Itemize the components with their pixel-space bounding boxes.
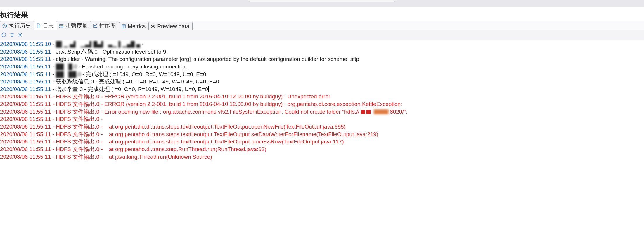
tab-label: Preview data <box>157 23 189 30</box>
log-toolbar <box>0 30 644 40</box>
log-timestamp: 2020/08/06 11:55:11 <box>0 56 51 62</box>
log-timestamp: 2020/08/06 11:55:11 <box>0 86 51 92</box>
log-source: 获取系统信息.0 <box>56 78 94 85</box>
log-tail: :8020/". <box>388 109 407 115</box>
log-line: 2020/08/06 11:55:11 - ██ ██.0 - 完成处理 (I=… <box>0 71 644 78</box>
window-topbar <box>0 0 644 7</box>
log-message: 完成处理 (I=1049, O=0, R=0, W=1049, U=0, E=0 <box>86 71 206 77</box>
log-message: at org.pentaho.di.trans.steps.textfileou… <box>104 131 378 137</box>
log-message: Error opening new file : org.apache.comm… <box>104 109 359 115</box>
text-caret <box>208 86 209 92</box>
log-line: 2020/08/06 11:55:11 - HDFS 文件输出.0 - at j… <box>0 153 644 161</box>
log-message: at org.pentaho.di.trans.steps.textfileou… <box>104 138 344 145</box>
results-tabstrip: 执行历史日志步骤度量性能图MetricsPreview data <box>0 21 644 30</box>
log-message: at org.pentaho.di.trans.steps.textfileou… <box>104 124 346 130</box>
log-output[interactable]: 2020/08/06 11:55:10 - █▌▁ ▄▌ ▁▃▌█▄▌ ▃▁ ▌… <box>0 40 644 166</box>
log-line: 2020/08/06 11:55:11 - HDFS 文件输出.0 - ERRO… <box>0 93 644 100</box>
log-timestamp: 2020/08/06 11:55:11 <box>0 78 51 85</box>
log-source: cfgbuilder <box>56 56 80 62</box>
gear-icon <box>18 32 23 37</box>
log-source: ██ █.0 <box>56 64 77 70</box>
log-source: HDFS 文件输出.0 <box>56 93 99 100</box>
eye-icon <box>150 24 156 29</box>
clock-icon <box>2 23 7 28</box>
log-line: 2020/08/06 11:55:11 - HDFS 文件输出.0 - at o… <box>0 138 644 145</box>
collapse-icon <box>1 32 6 37</box>
log-source: HDFS 文件输出.0 <box>56 124 99 130</box>
log-line: 2020/08/06 11:55:11 - HDFS 文件输出.0 - at o… <box>0 131 644 138</box>
log-timestamp: 2020/08/06 11:55:11 <box>0 116 51 122</box>
log-source: HDFS 文件输出.0 <box>56 138 99 145</box>
spreadsheet-icon <box>121 24 126 29</box>
log-source: HDFS 文件输出.0 <box>56 101 99 107</box>
log-line: 2020/08/06 11:55:10 - █▌▁ ▄▌ ▁▃▌█▄▌ ▃▁ ▌… <box>0 40 644 48</box>
log-line: 2020/08/06 11:55:11 - 增加常量.0 - 完成处理 (I=0… <box>0 85 644 93</box>
log-message: Optimization level set to 9. <box>103 49 168 55</box>
log-line: 2020/08/06 11:55:11 - HDFS 文件输出.0 - Erro… <box>0 108 644 116</box>
log-message: Warning: The configuration parameter [or… <box>85 56 359 62</box>
log-message: ERROR (version 2.2-001, build 1 from 201… <box>104 101 402 107</box>
drag-handle[interactable] <box>249 0 395 2</box>
log-timestamp: 2020/08/06 11:55:10 <box>0 41 51 47</box>
tab-label: 日志 <box>43 22 54 30</box>
log-timestamp: 2020/08/06 11:55:11 <box>0 146 51 152</box>
trash-icon <box>9 32 15 37</box>
tab-preview[interactable]: Preview data <box>148 22 193 30</box>
log-line: 2020/08/06 11:55:11 - HDFS 文件输出.0 - at o… <box>0 145 644 153</box>
log-source: HDFS 文件输出.0 <box>56 116 99 122</box>
log-line: 2020/08/06 11:55:11 - HDFS 文件输出.0 - ERRO… <box>0 100 644 108</box>
redacted-block <box>366 110 371 114</box>
log-message: Finished reading query, closing connecti… <box>82 64 188 70</box>
panel-title: 执行结果 <box>0 7 644 21</box>
svg-rect-1 <box>122 25 125 28</box>
redacted-block <box>374 109 388 114</box>
log-timestamp: 2020/08/06 11:55:11 <box>0 93 51 100</box>
tab-label: 性能图 <box>99 22 116 30</box>
log-source: 增加常量.0 <box>56 86 83 92</box>
log-timestamp: 2020/08/06 11:55:11 <box>0 71 51 77</box>
svg-point-4 <box>20 34 21 36</box>
log-line: 2020/08/06 11:55:11 - cfgbuilder - Warni… <box>0 55 644 63</box>
log-line: 2020/08/06 11:55:11 - 获取系统信息.0 - 完成处理 (I… <box>0 78 644 85</box>
log-timestamp: 2020/08/06 11:55:11 <box>0 154 51 160</box>
log-line: 2020/08/06 11:55:11 - HDFS 文件输出.0 - at o… <box>0 123 644 131</box>
clear-button[interactable] <box>9 32 15 39</box>
redacted-block <box>361 110 365 114</box>
doc-icon <box>36 23 41 28</box>
log-source: HDFS 文件输出.0 <box>56 154 99 160</box>
log-line: 2020/08/06 11:55:11 - ██ █.0 - Finished … <box>0 63 644 71</box>
tab-log[interactable]: 日志 <box>34 21 57 30</box>
svg-point-2 <box>153 26 154 27</box>
log-message: 完成处理 (I=0, O=0, R=1049, W=1049, U=0, E=0 <box>99 78 219 85</box>
chart-line-icon <box>93 23 98 28</box>
log-timestamp: 2020/08/06 11:55:11 <box>0 64 51 70</box>
log-source: HDFS 文件输出.0 <box>56 146 99 152</box>
log-message: at java.lang.Thread.run(Unknown Source) <box>104 154 212 160</box>
list-num-icon <box>59 23 64 28</box>
log-timestamp: 2020/08/06 11:55:11 <box>0 49 51 55</box>
log-message: at org.pentaho.di.trans.step.RunThread.r… <box>104 146 266 152</box>
log-timestamp: 2020/08/06 11:55:11 <box>0 124 51 130</box>
log-timestamp: 2020/08/06 11:55:11 <box>0 138 51 145</box>
log-message: ERROR (version 2.2-001, build 1 from 201… <box>104 93 330 100</box>
tab-steps[interactable]: 步骤度量 <box>57 21 91 30</box>
tab-perf[interactable]: 性能图 <box>91 21 119 30</box>
settings-button[interactable] <box>18 32 23 39</box>
collapse-button[interactable] <box>1 32 6 39</box>
tab-history[interactable]: 执行历史 <box>0 21 34 30</box>
log-source: ██ ██.0 <box>56 71 81 77</box>
tab-label: 执行历史 <box>9 22 31 30</box>
log-line: 2020/08/06 11:55:11 - HDFS 文件输出.0 - <box>0 115 644 123</box>
log-timestamp: 2020/08/06 11:55:11 <box>0 131 51 137</box>
log-timestamp: 2020/08/06 11:55:11 <box>0 109 51 115</box>
log-source: █▌▁ ▄▌ ▁▃▌█▄▌ ▃▁ ▌▁▄█ ▄ <box>56 41 140 47</box>
log-line: 2020/08/06 11:55:11 - JavaScript代码.0 - O… <box>0 48 644 56</box>
log-source: HDFS 文件输出.0 <box>56 109 99 115</box>
log-source: HDFS 文件输出.0 <box>56 131 99 137</box>
log-timestamp: 2020/08/06 11:55:11 <box>0 101 51 107</box>
log-message: 完成处理 (I=0, O=0, R=1049, W=1049, U=0, E=0 <box>88 86 208 92</box>
tab-label: 步骤度量 <box>65 22 88 30</box>
tab-metrics[interactable]: Metrics <box>119 22 149 30</box>
tab-label: Metrics <box>128 23 146 30</box>
log-source: JavaScript代码.0 <box>56 49 98 55</box>
